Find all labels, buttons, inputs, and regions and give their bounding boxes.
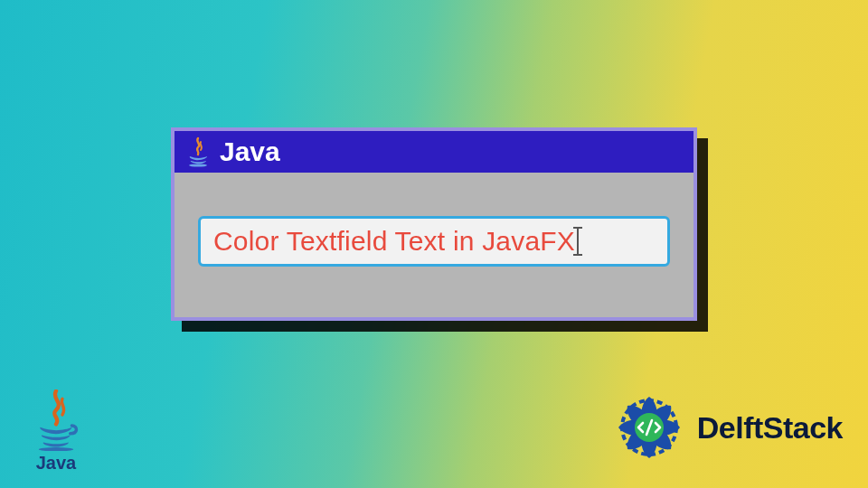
window-frame: Java Color Textfield Text in JavaFX	[171, 127, 697, 321]
textfield-value: Color Textfield Text in JavaFX	[213, 226, 575, 257]
svg-point-0	[189, 164, 207, 167]
delftstack-badge-icon	[610, 389, 688, 466]
window-title: Java	[220, 136, 280, 167]
text-cursor-icon	[577, 227, 579, 256]
java-icon	[185, 136, 211, 167]
java-logo-corner: Java	[29, 389, 83, 474]
color-textfield[interactable]: Color Textfield Text in JavaFX	[198, 216, 670, 267]
java-icon	[29, 389, 83, 451]
window-body: Color Textfield Text in JavaFX	[175, 173, 693, 317]
titlebar: Java	[175, 131, 693, 173]
application-window: Java Color Textfield Text in JavaFX	[171, 127, 697, 321]
delftstack-label: DelftStack	[697, 410, 843, 446]
java-logo-label: Java	[29, 453, 83, 474]
svg-point-1	[39, 447, 73, 451]
delftstack-logo: DelftStack	[610, 389, 843, 466]
